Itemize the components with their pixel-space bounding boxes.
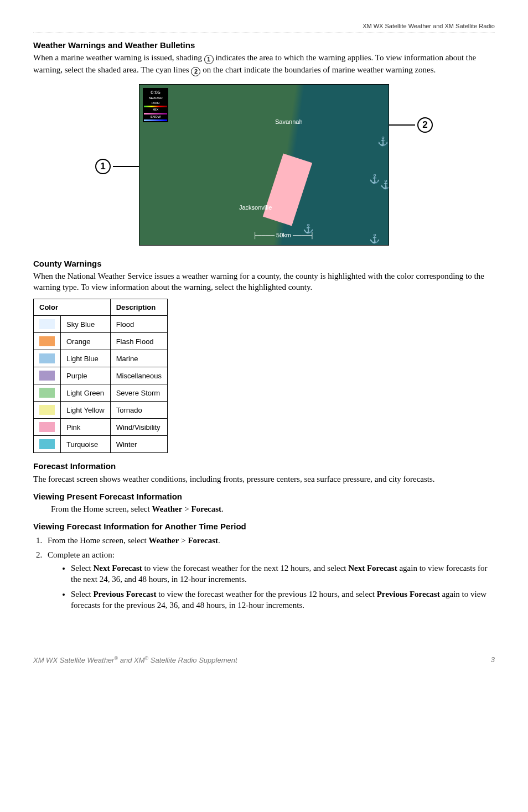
color-swatch <box>39 388 55 398</box>
legend-time: 0:05 <box>144 89 167 96</box>
color-swatch <box>39 405 55 415</box>
color-swatch <box>39 422 55 432</box>
bullet-2: Select Previous Forecast to view the for… <box>71 589 495 611</box>
section-body-county: When the National Weather Service issues… <box>33 270 495 293</box>
table-row: TurquoiseWinter <box>34 436 168 453</box>
text: Satellite Radio Supplement <box>148 656 237 664</box>
text: > <box>179 536 188 545</box>
map-figure: 1 2 0:05 NEXRAD RAIN MIX SNOW Savannah J… <box>33 84 495 248</box>
bold: Previous Forecast <box>377 590 440 598</box>
table-header-color: Color <box>34 299 111 316</box>
color-swatch-cell <box>34 333 61 350</box>
color-swatch-cell <box>34 419 61 436</box>
county-color-table: Color Description Sky BlueFloodOrangeFla… <box>33 299 168 454</box>
section-body-forecast: The forecast screen shows weather condit… <box>33 473 495 485</box>
legend-rain: RAIN <box>144 101 167 105</box>
step-1: From the Home screen, select Weather > F… <box>44 535 495 546</box>
color-desc-cell: Marine <box>110 350 167 367</box>
bold: Previous Forecast <box>93 590 156 598</box>
legend-snow: SNOW <box>144 114 167 119</box>
text: Complete an action: <box>48 550 115 559</box>
section-title-county: County Warnings <box>33 258 495 269</box>
color-desc-cell: Miscellaneous <box>110 367 167 384</box>
callout-2-inline: 2 <box>191 67 200 76</box>
text: From the Home screen, select <box>48 536 148 545</box>
text: Select <box>71 564 93 572</box>
table-row: Light BlueMarine <box>34 350 168 367</box>
bullet-list: Select Next Forecast to view the forecas… <box>48 563 495 611</box>
anchor-icon: ⚓ <box>377 136 389 148</box>
footer-left: XM WX Satellite Weather® and XM® Satelli… <box>33 655 237 665</box>
section-title-present: Viewing Present Forecast Information <box>33 491 495 502</box>
text: . <box>221 504 224 513</box>
bold: Forecast <box>191 504 221 513</box>
anchor-icon: ⚓ <box>369 173 380 185</box>
legend-mix: MIX <box>144 107 167 112</box>
map-legend: 0:05 NEXRAD RAIN MIX SNOW <box>143 88 168 122</box>
color-desc-cell: Flood <box>110 316 167 333</box>
color-swatch-cell <box>34 402 61 419</box>
table-row: Sky BlueFlood <box>34 316 168 333</box>
callout-1-inline: 1 <box>204 55 214 64</box>
text: When a marine weather warning is issued,… <box>33 53 204 62</box>
page-footer: XM WX Satellite Weather® and XM® Satelli… <box>33 655 495 665</box>
bold: Next Forecast <box>348 564 397 572</box>
text: and XM <box>118 656 144 664</box>
section-body-warnings: When a marine weather warning is issued,… <box>33 52 495 76</box>
table-row: PinkWind/Visibility <box>34 419 168 436</box>
page-header-right: XM WX Satellite Weather and XM Satellite… <box>33 22 495 33</box>
map-scale-value: 50km <box>276 232 291 238</box>
color-name-cell: Purple <box>61 367 111 384</box>
callout-2-circle: 2 <box>417 117 433 133</box>
map-scale: ├──── 50km ────┤ <box>253 231 314 240</box>
map-label-jacksonville: Jacksonville <box>239 204 272 212</box>
color-desc-cell: Severe Storm <box>110 384 167 402</box>
bold: Forecast <box>188 536 218 545</box>
color-swatch <box>39 319 55 329</box>
table-header-description: Description <box>110 299 167 316</box>
color-swatch-cell <box>34 436 61 453</box>
color-swatch <box>39 439 55 449</box>
color-desc-cell: Wind/Visibility <box>110 419 167 436</box>
color-name-cell: Turquoise <box>61 436 111 453</box>
color-name-cell: Light Blue <box>61 350 111 367</box>
color-name-cell: Orange <box>61 333 111 350</box>
color-swatch <box>39 353 55 363</box>
text: XM WX Satellite Weather <box>33 656 114 664</box>
text: to view the forecast weather for the pre… <box>156 590 376 598</box>
bold: Next Forecast <box>93 564 142 572</box>
table-row: OrangeFlash Flood <box>34 333 168 350</box>
section-title-another: Viewing Forecast Information for Another… <box>33 521 495 532</box>
section-title-forecast: Forecast Information <box>33 461 495 472</box>
text: Select <box>71 590 93 598</box>
color-desc-cell: Winter <box>110 436 167 453</box>
color-name-cell: Light Green <box>61 384 111 402</box>
color-name-cell: Sky Blue <box>61 316 111 333</box>
color-swatch-cell <box>34 316 61 333</box>
color-desc-cell: Flash Flood <box>110 333 167 350</box>
text: > <box>182 504 191 513</box>
color-desc-cell: Tornado <box>110 402 167 419</box>
text: . <box>218 536 220 545</box>
text: on the chart indicate the boundaries of … <box>200 65 436 74</box>
footer-page-number: 3 <box>491 655 495 665</box>
callout-1-circle: 1 <box>95 159 111 174</box>
color-swatch-cell <box>34 384 61 402</box>
steps-list: From the Home screen, select Weather > F… <box>33 535 495 611</box>
weather-map: 0:05 NEXRAD RAIN MIX SNOW Savannah Jacks… <box>139 84 389 246</box>
legend-snow-bar <box>144 119 167 121</box>
header-rule <box>33 33 495 33</box>
anchor-icon: ⚓ <box>369 233 380 245</box>
map-label-savannah: Savannah <box>275 118 303 126</box>
color-swatch-cell <box>34 350 61 367</box>
step-2: Complete an action: Select Next Forecast… <box>44 549 495 611</box>
bullet-1: Select Next Forecast to view the forecas… <box>71 563 495 585</box>
text: From the Home screen, select <box>51 504 152 513</box>
color-swatch <box>39 336 55 346</box>
legend-source: NEXRAD <box>144 96 167 100</box>
table-row: Light GreenSevere Storm <box>34 384 168 402</box>
present-step: From the Home screen, select Weather > F… <box>51 503 495 514</box>
table-row: Light YellowTornado <box>34 402 168 419</box>
text: to view the forecast weather for the nex… <box>142 564 348 572</box>
color-swatch-cell <box>34 367 61 384</box>
